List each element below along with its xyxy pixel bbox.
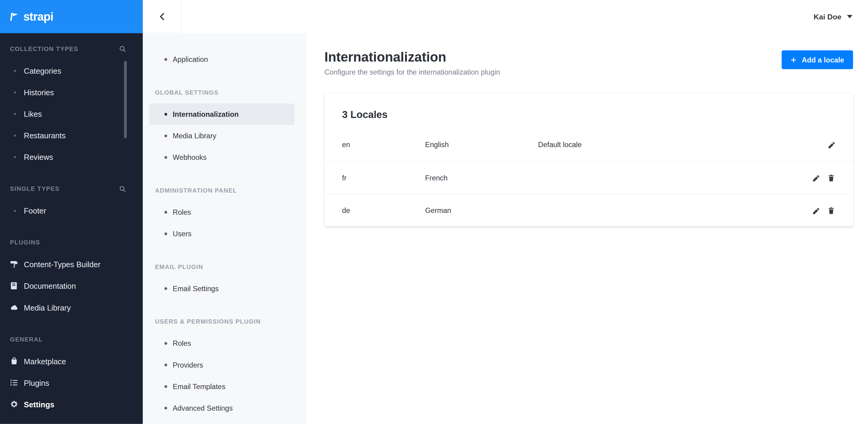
section-title: EMAIL PLUGIN	[143, 261, 306, 272]
bullet-icon	[14, 134, 16, 136]
bullet-icon	[164, 58, 167, 61]
sidebar-item-label: Settings	[24, 400, 54, 409]
section-email-plugin: EMAIL PLUGIN Email Settings	[143, 261, 306, 299]
add-locale-button-label: Add a locale	[802, 56, 844, 64]
settings-nav-label: Application	[173, 55, 208, 63]
search-icon[interactable]	[119, 185, 126, 192]
section-general: GENERAL Marketplace Plugins Settings	[0, 334, 143, 415]
locale-note: Default locale	[538, 140, 828, 149]
chevron-left-icon	[157, 12, 166, 21]
gear-icon	[9, 400, 19, 409]
sidebar-item-label: Categories	[24, 66, 61, 75]
section-global-settings: GLOBAL SETTINGS Internationalization Med…	[143, 87, 306, 168]
sidebar-item-label: Reviews	[24, 153, 53, 161]
settings-nav-label: Roles	[173, 208, 191, 216]
sidebar-item-label: Likes	[24, 109, 42, 118]
row-actions	[828, 141, 836, 149]
bullet-icon	[14, 209, 16, 212]
strapi-logo-icon	[9, 11, 20, 22]
page-header: Internationalization Configure the setti…	[306, 33, 868, 77]
sidebar-item-plugins[interactable]: Plugins	[0, 372, 143, 393]
edit-locale-icon[interactable]	[828, 141, 836, 149]
sidebar-item-content-types-builder[interactable]: Content-Types Builder	[0, 254, 143, 275]
sidebar-item-label: Restaurants	[24, 131, 65, 140]
settings-nav-item-advanced-settings[interactable]: Advanced Settings	[150, 397, 294, 419]
bullet-icon	[164, 232, 167, 235]
sidebar-item-media-library[interactable]: Media Library	[0, 297, 143, 318]
bullet-icon	[164, 211, 167, 214]
locale-name: English	[425, 140, 538, 149]
sidebar-item-restaurants[interactable]: Restaurants	[0, 125, 143, 146]
locale-name: German	[425, 206, 538, 215]
row-actions	[812, 174, 836, 182]
settings-nav-item-media-library[interactable]: Media Library	[150, 125, 294, 146]
sidebar-item-reviews[interactable]: Reviews	[0, 146, 143, 168]
bullet-icon	[14, 69, 16, 72]
section-title: COLLECTION TYPES	[10, 45, 78, 52]
sidebar-item-footer[interactable]: Footer	[0, 200, 143, 221]
search-icon[interactable]	[119, 45, 126, 53]
sidebar-item-documentation[interactable]: Documentation	[0, 275, 143, 297]
main-sidebar: strapi COLLECTION TYPES Categories Histo…	[0, 0, 143, 424]
bullet-icon	[164, 342, 167, 345]
page-title: Internationalization	[324, 49, 500, 66]
settings-nav-label: Roles	[173, 339, 191, 347]
add-locale-button[interactable]: Add a locale	[782, 50, 853, 69]
locale-row-de: de German	[324, 194, 853, 227]
bullet-icon	[14, 91, 16, 93]
section-plugins: PLUGINS Content-Types Builder Documentat…	[0, 237, 143, 318]
edit-locale-icon[interactable]	[812, 206, 820, 215]
page-subtitle: Configure the settings for the internati…	[324, 68, 500, 78]
sidebar-item-settings[interactable]: Settings	[0, 393, 143, 415]
bullet-icon	[14, 112, 16, 115]
sidebar-scrollbar-thumb[interactable]	[124, 61, 127, 138]
locales-card-title: 3 Locales	[324, 93, 853, 129]
settings-nav-label: Users	[173, 230, 191, 238]
sidebar-item-likes[interactable]: Likes	[0, 103, 143, 124]
main-nav: COLLECTION TYPES Categories Histories Li…	[0, 43, 143, 415]
main-content: Internationalization Configure the setti…	[306, 33, 868, 424]
section-users-permissions-plugin: USERS & PERMISSIONS PLUGIN Roles Provide…	[143, 316, 306, 419]
settings-nav-label: Email Settings	[173, 285, 219, 293]
settings-nav-label: Webhooks	[173, 153, 207, 161]
section-collection-types: COLLECTION TYPES Categories Histories Li…	[0, 43, 143, 168]
sidebar-item-label: Media Library	[24, 303, 71, 312]
section-title: USERS & PERMISSIONS PLUGIN	[143, 316, 306, 327]
sidebar-item-label: Plugins	[24, 378, 49, 387]
settings-nav-label: Providers	[173, 361, 203, 369]
sidebar-item-marketplace[interactable]: Marketplace	[0, 350, 143, 372]
strapi-admin-app: strapi COLLECTION TYPES Categories Histo…	[0, 0, 868, 424]
settings-nav-item-email-templates[interactable]: Email Templates	[150, 376, 294, 397]
brand-logo[interactable]: strapi	[0, 0, 143, 33]
settings-sidebar: Application GLOBAL SETTINGS Internationa…	[143, 33, 306, 424]
locale-name: French	[425, 173, 538, 182]
locale-row-en: en English Default locale	[324, 128, 853, 161]
bullet-icon	[164, 134, 167, 137]
sidebar-item-histories[interactable]: Histories	[0, 81, 143, 103]
delete-locale-icon[interactable]	[828, 174, 836, 182]
row-actions	[812, 206, 836, 215]
locale-code: en	[342, 140, 425, 149]
settings-nav-item-webhooks[interactable]: Webhooks	[150, 147, 294, 168]
user-menu[interactable]: Kai Doe	[814, 0, 868, 33]
sidebar-item-categories[interactable]: Categories	[0, 60, 143, 81]
settings-nav-item-admin-users[interactable]: Users	[150, 223, 294, 244]
sidebar-item-label: Footer	[24, 206, 46, 215]
edit-locale-icon[interactable]	[812, 174, 820, 182]
plus-icon	[790, 57, 797, 63]
delete-locale-icon[interactable]	[828, 206, 836, 215]
back-button[interactable]	[143, 0, 182, 33]
bullet-icon	[164, 407, 167, 410]
locale-code: de	[342, 206, 425, 215]
bullet-icon	[164, 156, 167, 159]
settings-nav-item-providers[interactable]: Providers	[150, 354, 294, 376]
settings-nav-item-up-roles[interactable]: Roles	[150, 333, 294, 354]
section-title: GLOBAL SETTINGS	[143, 87, 306, 98]
settings-nav-item-internationalization[interactable]: Internationalization	[150, 103, 294, 125]
settings-nav-item-admin-roles[interactable]: Roles	[150, 201, 294, 223]
settings-nav-label: Internationalization	[173, 110, 239, 118]
locale-code: fr	[342, 173, 425, 182]
settings-nav-item-application[interactable]: Application	[150, 49, 294, 70]
settings-nav-item-email-settings[interactable]: Email Settings	[150, 278, 294, 299]
locale-row-fr: fr French	[324, 161, 853, 194]
